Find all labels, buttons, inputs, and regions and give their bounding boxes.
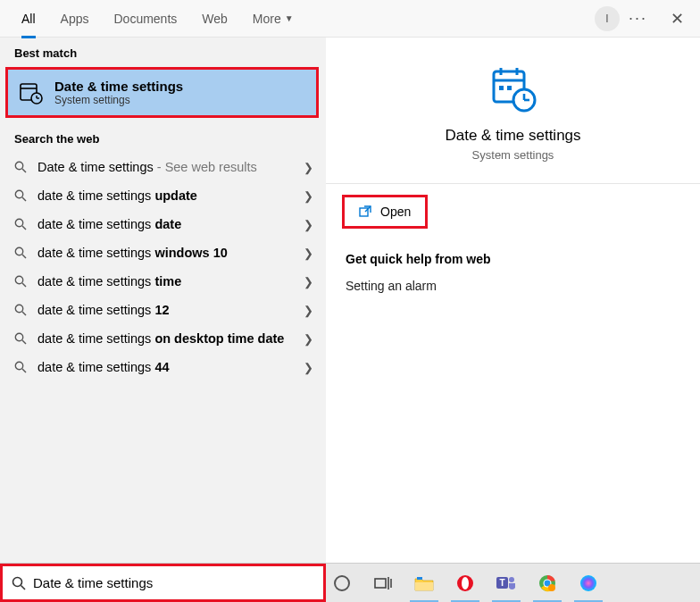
svg-point-5 [15,162,22,169]
svg-line-20 [22,369,26,372]
web-result-text: date & time settings update [38,188,296,203]
taskbar: T [326,564,700,602]
svg-rect-35 [375,579,386,588]
svg-point-34 [335,576,349,590]
search-icon [12,275,29,288]
best-match-result[interactable]: Date & time settings System settings [8,70,316,115]
search-icon [12,576,26,590]
svg-line-14 [22,283,26,287]
calendar-clock-icon [488,64,538,114]
chevron-right-icon: ❯ [304,304,313,317]
web-result[interactable]: Date & time settings - See web results❯ [0,153,326,181]
best-match-heading: Best match [0,38,326,65]
best-match-title: Date & time settings [54,79,183,94]
chevron-right-icon: ❯ [304,218,313,231]
web-result[interactable]: date & time settings on desktop time dat… [0,324,326,353]
svg-line-10 [22,226,26,230]
file-explorer-icon[interactable] [413,573,435,594]
teams-icon[interactable]: T [496,573,517,594]
svg-line-16 [22,312,26,315]
svg-rect-39 [417,577,422,580]
detail-title: Date & time settings [445,127,580,145]
svg-point-44 [509,577,514,582]
web-result[interactable]: date & time settings 44❯ [0,353,326,381]
search-icon [12,361,29,373]
chevron-right-icon: ❯ [304,189,313,203]
chevron-right-icon: ❯ [304,275,313,288]
tab-all[interactable]: All [9,0,48,38]
web-result[interactable]: date & time settings update❯ [0,181,326,210]
svg-point-9 [15,219,22,226]
opera-icon[interactable] [454,573,476,594]
detail-panel: Date & time settings System settings Ope… [326,38,700,563]
svg-point-11 [15,247,22,255]
more-options-icon[interactable]: ··· [629,9,647,28]
open-button[interactable]: Open [342,195,428,229]
paint3d-icon[interactable] [578,573,599,594]
calendar-clock-icon [19,80,44,105]
tab-apps[interactable]: Apps [48,0,102,38]
svg-point-17 [15,333,22,340]
chevron-right-icon: ❯ [304,161,313,174]
svg-point-32 [13,577,22,586]
svg-rect-25 [499,86,504,90]
search-icon [12,161,29,173]
chevron-right-icon: ❯ [304,332,313,346]
tab-documents[interactable]: Documents [101,0,189,38]
chevron-right-icon: ❯ [304,247,313,260]
svg-line-6 [22,169,26,172]
svg-line-8 [22,197,26,201]
web-result[interactable]: date & time settings date❯ [0,210,326,238]
svg-point-13 [15,276,22,283]
svg-point-19 [15,362,22,369]
svg-line-18 [22,340,26,344]
best-match-subtitle: System settings [54,94,183,106]
search-scope-tabs: All Apps Documents Web More ▼ I ··· ✕ [0,0,700,38]
detail-subtitle: System settings [472,148,554,162]
bottom-bar: T [0,563,700,602]
results-panel: Best match Date & time settings [0,38,326,563]
svg-rect-26 [507,86,512,90]
tab-more[interactable]: More ▼ [240,0,306,38]
svg-rect-30 [360,208,368,216]
chrome-icon[interactable] [537,573,558,594]
search-icon [12,332,29,345]
tab-web[interactable]: Web [189,0,240,38]
svg-rect-38 [415,582,433,590]
svg-point-15 [15,305,22,312]
svg-text:T: T [499,578,504,588]
search-icon [12,189,29,202]
svg-point-7 [15,190,22,197]
svg-line-12 [22,255,26,258]
web-result[interactable]: date & time settings 12❯ [0,296,326,324]
search-icon [12,218,29,230]
web-result[interactable]: date & time settings time❯ [0,267,326,296]
close-icon[interactable]: ✕ [663,9,691,29]
svg-point-41 [462,577,469,589]
quick-help-heading: Get quick help from web [346,252,680,266]
web-results-list: Date & time settings - See web results❯d… [0,151,326,383]
web-result-text: Date & time settings - See web results [38,160,296,174]
task-view-icon[interactable] [372,573,394,594]
chevron-right-icon: ❯ [304,361,313,374]
web-result-text: date & time settings on desktop time dat… [38,331,296,346]
cortana-icon[interactable] [331,573,353,594]
search-input[interactable] [33,566,314,599]
svg-point-49 [580,575,596,591]
web-result[interactable]: date & time settings windows 10❯ [0,238,326,267]
search-icon [12,304,29,316]
web-result-text: date & time settings 44 [38,360,296,374]
chevron-down-icon: ▼ [285,13,294,23]
open-label: Open [380,205,411,219]
search-box[interactable] [0,564,326,602]
account-avatar[interactable]: I [595,6,620,31]
web-result-text: date & time settings date [38,217,296,231]
search-icon [12,247,29,259]
help-link-setting-alarm[interactable]: Setting an alarm [346,279,680,293]
open-external-icon [359,205,371,218]
tab-more-label: More [253,12,281,26]
web-result-text: date & time settings windows 10 [38,246,296,260]
web-result-text: date & time settings 12 [38,303,296,317]
search-web-heading: Search the web [0,123,326,151]
svg-line-33 [21,585,26,589]
